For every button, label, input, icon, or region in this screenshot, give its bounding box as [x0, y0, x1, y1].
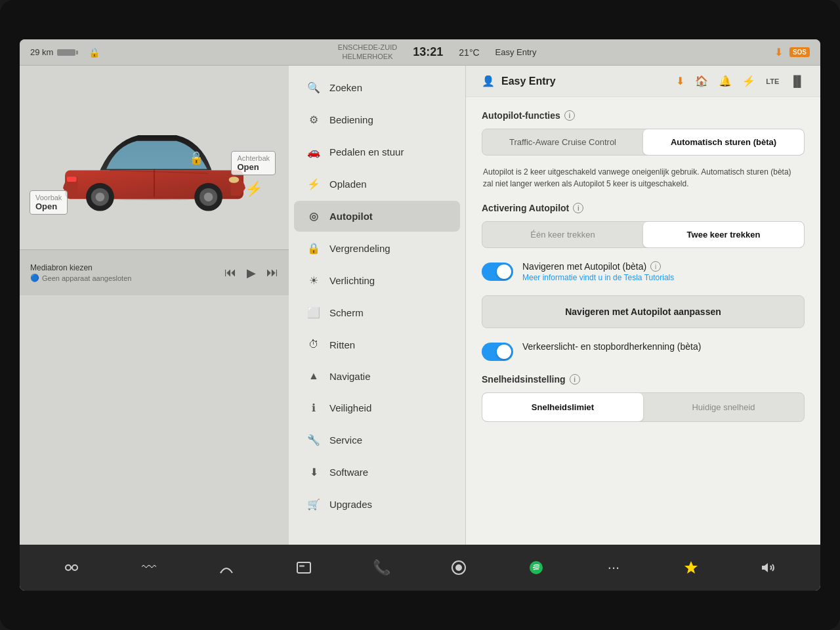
navigeren-sub[interactable]: Meer informatie vindt u in de Tesla Tuto… [522, 273, 805, 282]
screen: 29 km 🔒 ENSCHEDE-ZUID HELMERHOEK 13:21 2… [20, 39, 820, 591]
status-right-icons: ⬇ SOS [774, 46, 810, 58]
taskbar-volume-icon[interactable] [754, 553, 783, 582]
svg-marker-23 [762, 563, 768, 572]
bluetooth-icon: 🔵 [30, 274, 39, 282]
automatisch-sturen-btn[interactable]: Automatisch sturen (bèta) [643, 129, 804, 155]
nav-item-zoeken[interactable]: 🔍 Zoeken [294, 72, 460, 103]
lightning-icon: ⚡ [245, 180, 262, 198]
nav-panel: 🔍 Zoeken ⚙ Bediening 🚗 Pedalen en stuur … [289, 66, 466, 545]
verkeerslicht-toggle[interactable] [482, 343, 513, 361]
content-header: 👤 Easy Entry ⬇ 🏠 🔔 ⚡ LTE ▐▌ [466, 66, 820, 97]
autopilot-icon: ◎ [307, 210, 320, 222]
svg-point-21 [530, 561, 543, 574]
main-area: Voorbak Open Achterbak Open 🔓 ⚡ Mediabro… [20, 66, 820, 545]
nav-item-software[interactable]: ⬇ Software [294, 457, 460, 488]
search-icon: 🔍 [307, 81, 320, 94]
verkeerslicht-label-text: Verkeerslicht- en stopbordherkenning (bè… [522, 341, 701, 352]
taskbar-terminal-icon[interactable] [289, 553, 318, 582]
autopilot-warning: Autopilot is 2 keer uitgeschakeld vanweg… [482, 166, 805, 190]
nav-label-autopilot: Autopilot [329, 211, 373, 222]
next-track-icon[interactable]: ⏭ [266, 266, 278, 280]
nav-item-pedalen[interactable]: 🚗 Pedalen en stuur [294, 136, 460, 167]
huidige-snelheid-btn[interactable]: Huidige snelheid [643, 393, 804, 421]
voorbak-value: Open [35, 201, 62, 211]
car-view: Voorbak Open Achterbak Open 🔓 ⚡ [20, 66, 289, 249]
svg-point-8 [229, 177, 240, 183]
nav-label-service: Service [329, 434, 362, 446]
snelheidslimiet-btn[interactable]: Snelheidslimiet [482, 393, 643, 421]
taskbar-party-icon[interactable] [677, 553, 705, 582]
snelheid-segmented-control[interactable]: Snelheidslimiet Huidige snelheid [482, 392, 805, 422]
svg-point-4 [96, 192, 105, 201]
media-controls[interactable]: ⏮ ▶ ⏭ [224, 266, 278, 280]
snelheid-info-button[interactable]: i [570, 374, 580, 385]
screen-icon: ⬜ [307, 306, 320, 319]
autopilot-settings: Autopilot-functies i Traffic-Aware Cruis… [466, 97, 820, 435]
svg-rect-17 [297, 562, 310, 573]
functies-segmented-control[interactable]: Traffic-Aware Cruise Control Automatisch… [482, 129, 805, 156]
nav-item-ritten[interactable]: ⏱ Ritten [294, 329, 460, 360]
activering-segmented-control[interactable]: Één keer trekken Twee keer trekken [482, 221, 805, 248]
nav-item-veiligheid[interactable]: ℹ Veiligheid [294, 392, 460, 423]
nav-item-navigatie[interactable]: ▲ Navigatie [294, 361, 460, 391]
charging-icon: ⚡ [307, 178, 320, 190]
nav-label-pedalen: Pedalen en stuur [329, 146, 404, 158]
safety-icon: ℹ [307, 402, 320, 414]
navigeren-toggle[interactable] [482, 262, 513, 281]
prev-track-icon[interactable]: ⏮ [224, 266, 236, 280]
autopilot-functies-section: Autopilot-functies i [482, 110, 805, 121]
twee-keer-btn[interactable]: Twee keer trekken [643, 222, 804, 247]
taskbar-spotify-icon[interactable] [522, 553, 551, 582]
sos-badge: SOS [789, 47, 810, 57]
update-download-icon: ⬇ [676, 75, 684, 87]
signal-bars: ▐▌ [789, 75, 805, 87]
taskbar-glasses-icon[interactable] [57, 553, 86, 582]
trips-icon: ⏱ [307, 339, 320, 350]
nav-item-upgrades[interactable]: 🛒 Upgrades [294, 489, 460, 520]
download-icon: ⬇ [774, 46, 783, 58]
nav-label-bediening: Bediening [329, 114, 373, 125]
taskbar-more-icon[interactable]: ··· [599, 553, 628, 582]
lte-indicator: LTE [766, 77, 779, 85]
nav-item-vergrendeling[interactable]: 🔒 Vergrendeling [294, 233, 460, 264]
nav-item-service[interactable]: 🔧 Service [294, 425, 460, 455]
een-keer-btn[interactable]: Één keer trekken [482, 222, 643, 247]
time-display: 13:21 [413, 45, 443, 59]
media-info: Mediabron kiezen 🔵 Geen apparaat aangesl… [30, 263, 131, 282]
taskbar-phone-icon[interactable]: 📞 [367, 553, 396, 582]
functies-info-button[interactable]: i [564, 110, 575, 121]
navigeren-info-button[interactable]: i [650, 261, 661, 272]
verkeerslicht-toggle-row: Verkeerslicht- en stopbordherkenning (bè… [482, 341, 805, 361]
home-icon: 🏠 [695, 75, 708, 87]
achterbak-title: Achterbak [237, 154, 270, 162]
battery-bar [57, 49, 75, 56]
bell-icon: 🔔 [719, 75, 732, 87]
play-pause-icon[interactable]: ▶ [247, 266, 256, 280]
navigeren-label: Navigeren met Autopilot (bèta) [522, 261, 646, 272]
lock-status-icon: 🔒 [89, 47, 100, 58]
traffic-aware-btn[interactable]: Traffic-Aware Cruise Control [482, 129, 643, 155]
taskbar-wipers-icon[interactable] [212, 553, 241, 582]
navigeren-aanpassen-button[interactable]: Navigeren met Autopilot aanpassen [482, 295, 805, 328]
nav-label-opladen: Opladen [329, 178, 367, 190]
nav-label-ritten: Ritten [329, 339, 355, 350]
header-status-icons: ⬇ 🏠 🔔 ⚡ LTE ▐▌ [676, 75, 805, 87]
taskbar-camera-icon[interactable] [444, 553, 473, 582]
activering-section: Activering Autopilot i [482, 203, 805, 213]
taskbar-heat-icon[interactable]: 〰 [135, 553, 163, 582]
achterbak-label: Achterbak Open [231, 151, 276, 175]
activering-info-button[interactable]: i [573, 203, 583, 213]
svg-point-13 [72, 565, 77, 570]
nav-item-verlichting[interactable]: ☀ Verlichting [294, 265, 460, 296]
taskbar: 〰 📞 ··· [20, 545, 820, 591]
media-source[interactable]: Mediabron kiezen [30, 263, 131, 272]
lock-icon: 🔒 [307, 242, 320, 255]
verkeerslicht-label: Verkeerslicht- en stopbordherkenning (bè… [522, 341, 805, 352]
status-center: ENSCHEDE-ZUID HELMERHOEK 13:21 21°C Easy… [113, 43, 761, 60]
svg-rect-18 [299, 565, 304, 567]
left-panel: Voorbak Open Achterbak Open 🔓 ⚡ Mediabro… [20, 66, 289, 545]
nav-item-autopilot[interactable]: ◎ Autopilot [294, 201, 460, 232]
nav-item-scherm[interactable]: ⬜ Scherm [294, 297, 460, 328]
nav-item-bediening[interactable]: ⚙ Bediening [294, 104, 460, 135]
nav-item-opladen[interactable]: ⚡ Opladen [294, 169, 460, 200]
